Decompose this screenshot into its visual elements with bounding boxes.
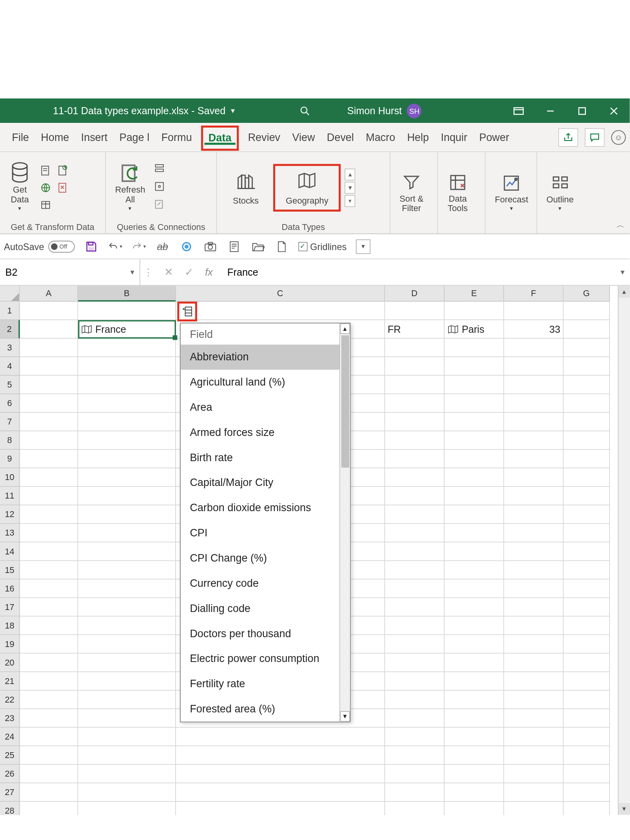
cell[interactable]: [563, 524, 610, 542]
row-header[interactable]: 18: [0, 616, 20, 635]
undo-icon[interactable]: ▾: [107, 239, 122, 254]
row-header[interactable]: 1: [0, 302, 20, 320]
cell[interactable]: [504, 413, 563, 431]
cell[interactable]: [20, 709, 78, 728]
cell[interactable]: [385, 765, 445, 783]
form-icon[interactable]: [227, 239, 241, 254]
feedback-smile-icon[interactable]: ☺: [611, 130, 626, 145]
cell[interactable]: [563, 413, 610, 431]
cell[interactable]: [20, 672, 78, 691]
cell[interactable]: [385, 468, 445, 487]
cell[interactable]: [78, 802, 176, 815]
column-header-B[interactable]: B: [78, 286, 176, 301]
cell[interactable]: [78, 561, 176, 579]
row-header[interactable]: 11: [0, 487, 20, 505]
cell[interactable]: [78, 302, 176, 320]
worksheet-grid[interactable]: A B C D E F G 12FranceFRParis33345678910…: [0, 286, 630, 815]
cell[interactable]: [176, 746, 385, 765]
cell[interactable]: [20, 746, 78, 765]
tab-help[interactable]: Help: [404, 122, 432, 152]
column-header-E[interactable]: E: [445, 286, 504, 301]
cell[interactable]: [385, 413, 445, 431]
tab-file[interactable]: File: [9, 122, 32, 152]
cell[interactable]: [385, 487, 445, 505]
cell[interactable]: [78, 635, 176, 653]
row-header[interactable]: 24: [0, 728, 20, 746]
cell[interactable]: [504, 709, 563, 728]
name-box[interactable]: B2▼: [0, 259, 140, 285]
record-macro-icon[interactable]: [179, 239, 194, 254]
cell[interactable]: [563, 561, 610, 579]
cell[interactable]: [563, 579, 610, 598]
forecast-button[interactable]: Forecast▾: [491, 171, 532, 214]
tab-page-layout[interactable]: Page l: [117, 122, 152, 152]
cell[interactable]: [445, 579, 504, 598]
minimize-button[interactable]: [534, 98, 566, 123]
data-tools-button[interactable]: Data Tools: [443, 171, 472, 215]
cell[interactable]: [385, 394, 445, 413]
data-types-gallery-arrows[interactable]: ▲ ▼ ▾: [345, 168, 356, 206]
cell[interactable]: [445, 709, 504, 728]
cell[interactable]: [445, 487, 504, 505]
cell[interactable]: [20, 635, 78, 653]
cell[interactable]: [445, 524, 504, 542]
close-button[interactable]: [598, 98, 630, 123]
cell[interactable]: [78, 468, 176, 487]
cell[interactable]: [445, 765, 504, 783]
cell[interactable]: [445, 654, 504, 672]
cell[interactable]: [78, 524, 176, 542]
field-option[interactable]: Fertility rate: [181, 671, 350, 697]
cell[interactable]: [78, 413, 176, 431]
cell[interactable]: [504, 616, 563, 635]
cell[interactable]: [78, 487, 176, 505]
cell[interactable]: [563, 468, 610, 487]
field-option[interactable]: Doctors per thousand: [181, 621, 350, 646]
row-header[interactable]: 27: [0, 783, 20, 802]
existing-connections-icon[interactable]: [56, 180, 70, 195]
outline-button[interactable]: Outline▾: [543, 171, 578, 214]
vertical-scrollbar[interactable]: ▲▼: [618, 286, 630, 815]
cancel-formula-icon[interactable]: ✕: [164, 266, 173, 278]
cell[interactable]: [445, 598, 504, 616]
row-header[interactable]: 8: [0, 431, 20, 450]
cell[interactable]: [563, 302, 610, 320]
ribbon-display-options-icon[interactable]: [503, 98, 535, 123]
row-header[interactable]: 7: [0, 413, 20, 431]
cell[interactable]: [385, 302, 445, 320]
cell[interactable]: [20, 691, 78, 709]
cell[interactable]: [78, 394, 176, 413]
camera-icon[interactable]: [203, 239, 217, 254]
dropdown-scrollbar[interactable]: ▲ ▼: [339, 323, 350, 721]
select-all-corner[interactable]: [0, 286, 20, 301]
cell[interactable]: [445, 376, 504, 394]
tab-review[interactable]: Reviev: [245, 122, 283, 152]
cell[interactable]: [20, 728, 78, 746]
row-header[interactable]: 4: [0, 357, 20, 376]
cell[interactable]: [563, 394, 610, 413]
queries-connections-icon[interactable]: [153, 163, 165, 176]
cell[interactable]: [504, 505, 563, 524]
from-table-icon[interactable]: [38, 197, 53, 212]
column-header-G[interactable]: G: [563, 286, 610, 301]
cell[interactable]: [504, 765, 563, 783]
row-header[interactable]: 3: [0, 339, 20, 357]
cell[interactable]: [20, 654, 78, 672]
cell[interactable]: [445, 635, 504, 653]
row-header[interactable]: 26: [0, 765, 20, 783]
cell[interactable]: [78, 709, 176, 728]
row-header[interactable]: 15: [0, 561, 20, 579]
cell[interactable]: [78, 598, 176, 616]
formula-input[interactable]: France▼: [221, 259, 630, 285]
cell[interactable]: [445, 802, 504, 815]
cell[interactable]: [385, 450, 445, 468]
tab-view[interactable]: View: [289, 122, 317, 152]
cell[interactable]: [20, 765, 78, 783]
recent-sources-icon[interactable]: [56, 163, 70, 178]
cell[interactable]: [445, 357, 504, 376]
cell[interactable]: [504, 524, 563, 542]
cell[interactable]: [385, 431, 445, 450]
field-option[interactable]: Carbon dioxide emissions: [181, 495, 350, 521]
cell[interactable]: [385, 542, 445, 561]
geography-data-type-button[interactable]: Geography: [273, 163, 341, 211]
gridlines-toggle[interactable]: ✓Gridlines: [298, 241, 346, 252]
